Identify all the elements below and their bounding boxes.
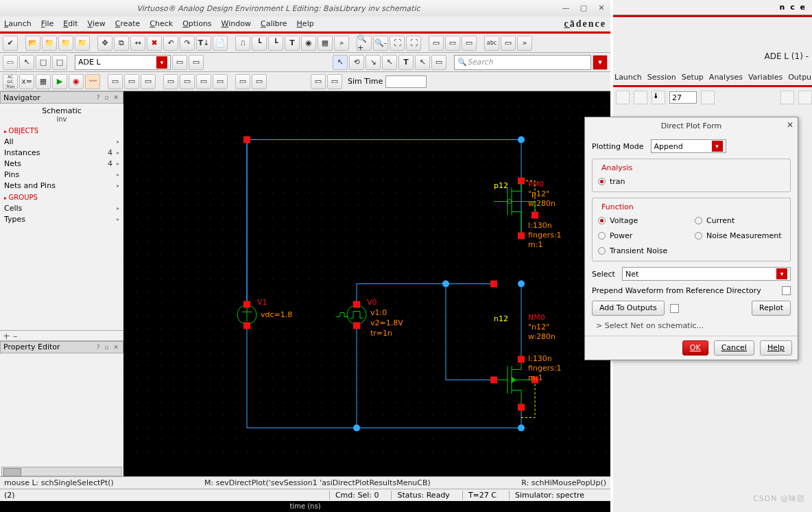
tool-icon[interactable]: ▭ — [141, 74, 156, 89]
save-icon[interactable]: ✔ — [3, 36, 18, 51]
search-input[interactable]: Search — [454, 55, 591, 70]
maximize-icon[interactable]: ▢ — [576, 2, 591, 14]
outputs-icon[interactable]: ▦ — [36, 74, 51, 89]
add-to-outputs-button[interactable]: Add To Outputs — [592, 301, 665, 316]
pointer-icon[interactable]: ↖ — [382, 55, 397, 70]
menu-window[interactable]: Window — [222, 19, 251, 28]
help-button[interactable]: Help — [760, 340, 792, 356]
replot-button[interactable]: Replot — [752, 301, 791, 316]
tool-icon[interactable]: ▭ — [180, 74, 195, 89]
open-icon[interactable]: 📂 — [25, 36, 40, 51]
vdc-icon[interactable]: ▭ — [3, 55, 18, 70]
sel-icon[interactable]: ↖ — [333, 55, 348, 70]
stretch-icon[interactable]: ↔ — [130, 36, 145, 51]
tool-icon[interactable]: ▭ — [108, 74, 123, 89]
radio-tran[interactable]: tran — [598, 175, 785, 187]
thermometer-icon[interactable]: 🌡 — [652, 91, 665, 104]
nav-row-all[interactable]: All — [4, 136, 119, 147]
undo-icon[interactable]: ↶ — [163, 36, 178, 51]
tool-icon[interactable]: ▭ — [213, 74, 228, 89]
menu-options[interactable]: Options — [182, 19, 211, 28]
more-icon[interactable]: » — [517, 36, 532, 51]
move-icon[interactable]: ✥ — [97, 36, 112, 51]
tool-icon[interactable]: ▭ — [431, 55, 446, 70]
tool-icon[interactable]: ▭ — [124, 74, 139, 89]
property-icon[interactable]: 📄 — [213, 36, 228, 51]
text-icon[interactable]: T — [398, 55, 414, 70]
vars-icon[interactable]: x= — [19, 74, 34, 89]
nav-row-types[interactable]: Types — [4, 213, 119, 224]
menu-launch[interactable]: Launch — [4, 19, 32, 28]
add-to-outputs-checkbox[interactable] — [670, 304, 679, 313]
radio-voltage[interactable]: Voltage — [598, 214, 688, 226]
folder-icon[interactable]: 📁 — [75, 36, 90, 51]
zoom-in-icon[interactable]: 🔍+ — [357, 36, 372, 51]
close-icon[interactable]: ✕ — [594, 2, 609, 14]
tool-icon[interactable]: ▭ — [429, 36, 444, 51]
menu-file[interactable]: File — [41, 19, 53, 28]
menu-view[interactable]: View — [88, 19, 106, 28]
radio-transient-noise[interactable]: Transient Noise — [598, 244, 688, 257]
block-icon[interactable]: ▦ — [318, 36, 333, 51]
menu-calibre[interactable]: Calibre — [261, 19, 287, 28]
nav-row-netspins[interactable]: Nets and Pins — [4, 180, 119, 191]
schematic-canvas[interactable]: V1 vdc=1.8 V0 v1:0 v2=1.8V tr=1n p12 PM0… — [123, 91, 610, 476]
radio-power[interactable]: Power — [598, 229, 688, 242]
dropdown-knob-icon[interactable]: ▾ — [156, 56, 167, 69]
folder-icon[interactable]: 📁 — [42, 36, 57, 51]
radio-current[interactable]: Current — [695, 214, 785, 226]
label-icon[interactable]: T — [285, 36, 300, 51]
plot-icon[interactable]: 〰 — [85, 74, 100, 89]
copy-icon[interactable]: ⧉ — [114, 36, 129, 51]
menu-create[interactable]: Create — [115, 19, 141, 28]
more-icon[interactable]: » — [334, 36, 349, 51]
cancel-button[interactable]: Cancel — [714, 340, 754, 356]
tool-icon[interactable]: ▭ — [196, 74, 211, 89]
tool-icon[interactable]: ⟲ — [349, 55, 364, 70]
toolbar-icon[interactable] — [634, 91, 647, 104]
nav-row-nets[interactable]: Nets4 — [4, 158, 119, 169]
wide-wire-icon[interactable]: ┗ — [268, 36, 283, 51]
nav-row-pins[interactable]: Pins — [4, 169, 119, 180]
nav-group-groups[interactable]: GROUPS — [4, 194, 119, 201]
close-icon[interactable]: ✕ — [787, 120, 793, 130]
toolbar-icon[interactable] — [616, 91, 630, 104]
tool-icon[interactable]: □ — [36, 55, 51, 70]
radio-noise[interactable]: Noise Measurement — [695, 229, 785, 242]
select-dropdown[interactable]: Net▾ — [622, 267, 791, 281]
nav-add-remove[interactable]: + – — [0, 330, 123, 341]
navigator-header[interactable]: Navigator? ▫ ✕ — [0, 91, 123, 104]
nav-row-cells[interactable]: Cells — [4, 202, 119, 213]
toolbar-icon[interactable] — [701, 91, 715, 104]
abc-icon[interactable]: abc — [484, 36, 499, 51]
tool-icon[interactable]: ▭ — [172, 55, 187, 70]
wire-icon[interactable]: ┗ — [252, 36, 267, 51]
zoom-fit-icon[interactable]: ⛶ — [390, 36, 405, 51]
delete-icon[interactable]: ✖ — [147, 36, 162, 51]
nav-group-objects[interactable]: OBJECTS — [4, 127, 119, 135]
tool-icon[interactable]: ▭ — [327, 74, 342, 89]
nav-row-instances[interactable]: Instances4 — [4, 147, 119, 158]
tool-icon[interactable]: ▭ — [163, 74, 178, 89]
tool-icon[interactable]: ▭ — [462, 36, 477, 51]
acdc-icon[interactable]: ACDCTran — [3, 74, 18, 89]
adel-menubar[interactable]: LaunchSessionSetupAnalysesVariablesOutpu — [613, 71, 812, 84]
text-icon[interactable]: T↓ — [196, 36, 211, 51]
zoom-out-icon[interactable]: 🔍- — [373, 36, 388, 51]
scrollbar-h[interactable] — [1, 467, 122, 476]
tool-icon[interactable]: ▭ — [252, 74, 267, 89]
property-editor-header[interactable]: Property Editor? ▫ ✕ — [0, 341, 123, 353]
simtime-input[interactable] — [385, 75, 427, 88]
zoom-sel-icon[interactable]: ⛶ — [406, 36, 421, 51]
prepend-checkbox[interactable] — [782, 286, 791, 295]
play-icon[interactable]: ▶ — [52, 74, 67, 89]
menubar[interactable]: Launch File Edit View Create Check Optio… — [0, 16, 610, 32]
tool-icon[interactable]: ▭ — [235, 74, 250, 89]
pin-icon[interactable]: ◉ — [301, 36, 316, 51]
toolbar-icon[interactable] — [780, 91, 794, 104]
folder-icon[interactable]: 📁 — [58, 36, 73, 51]
tool-icon[interactable]: ▭ — [311, 74, 326, 89]
tool-icon[interactable]: ↘ — [366, 55, 381, 70]
dialog-title[interactable]: Direct Plot Form✕ — [585, 117, 798, 134]
tool-icon[interactable]: ▭ — [501, 36, 516, 51]
